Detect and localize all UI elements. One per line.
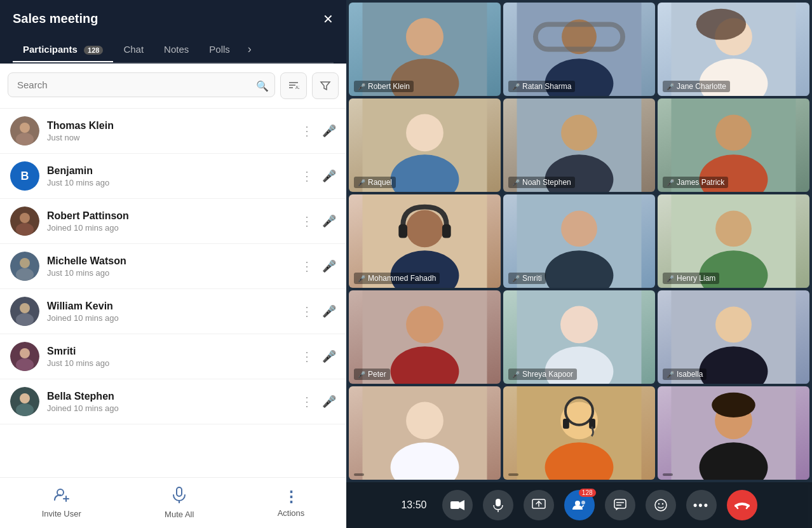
video-tile: 🎤 Peter bbox=[349, 290, 501, 384]
list-item: Bella Stephen Joined 10 mins ago ⋮ 🎤 bbox=[0, 379, 346, 424]
svg-rect-52 bbox=[398, 224, 407, 238]
tab-participants[interactable]: Participants 128 bbox=[13, 37, 113, 61]
mute-all-icon bbox=[172, 487, 186, 507]
list-item: Robert Pattinson Joined 10 mins ago ⋮ 🎤 bbox=[0, 199, 346, 244]
reactions-button[interactable] bbox=[646, 490, 676, 520]
svg-point-10 bbox=[16, 223, 34, 236]
reactions-icon bbox=[654, 498, 668, 512]
chat-icon bbox=[614, 499, 626, 511]
search-icon[interactable]: 🔍 bbox=[256, 80, 269, 92]
list-item: Thomas Klein Just now ⋮ 🎤 bbox=[0, 109, 346, 154]
mute-icon[interactable]: 🎤 bbox=[322, 169, 336, 183]
chat-button[interactable] bbox=[605, 490, 635, 520]
list-item: Smriti Just 10 mins ago ⋮ 🎤 bbox=[0, 334, 346, 379]
tab-notes[interactable]: Notes bbox=[154, 37, 199, 61]
mic-icon: 🎤 bbox=[512, 179, 520, 186]
search-input[interactable] bbox=[8, 72, 275, 97]
participant-actions: ⋮ 🎤 bbox=[298, 212, 336, 230]
participants-button[interactable]: 128 bbox=[564, 490, 595, 520]
mute-icon[interactable]: 🎤 bbox=[322, 395, 336, 409]
mic-icon: 🎤 bbox=[667, 371, 674, 378]
tab-chat[interactable]: Chat bbox=[113, 37, 154, 61]
avatar bbox=[10, 116, 39, 146]
participant-name: Thomas Klein bbox=[47, 120, 290, 132]
video-tile: 🎤 Jane Charlotte bbox=[658, 3, 809, 96]
video-tile: 🎤 Raquel bbox=[349, 98, 501, 192]
mic-icon: 🎤 bbox=[358, 179, 365, 186]
svg-rect-84 bbox=[496, 499, 501, 506]
participant-status: Just 10 mins ago bbox=[47, 358, 290, 368]
participants-icon bbox=[572, 499, 586, 511]
microphone-button[interactable] bbox=[483, 490, 513, 520]
end-call-icon bbox=[734, 501, 750, 510]
svg-point-47 bbox=[715, 114, 752, 151]
participant-actions: ⋮ 🎤 bbox=[298, 348, 336, 365]
search-bar: 🔍 AZ bbox=[0, 64, 346, 109]
video-tile-label bbox=[508, 473, 518, 476]
avatar bbox=[10, 297, 39, 326]
more-button[interactable]: ••• bbox=[686, 490, 717, 520]
video-tile bbox=[503, 386, 655, 480]
mute-icon[interactable]: 🎤 bbox=[322, 304, 336, 318]
svg-point-39 bbox=[696, 9, 746, 40]
participants-count-badge: 128 bbox=[579, 489, 596, 497]
svg-marker-4 bbox=[321, 82, 330, 90]
video-tile-label: 🎤 Jane Charlotte bbox=[663, 81, 730, 92]
video-tile: 🎤 Smriti bbox=[503, 194, 655, 288]
svg-point-15 bbox=[20, 303, 30, 313]
video-tile: 🎤 Shreya Kapoor bbox=[503, 290, 655, 384]
filter-icon bbox=[320, 80, 331, 91]
mic-icon: 🎤 bbox=[667, 83, 674, 90]
svg-point-12 bbox=[20, 258, 30, 268]
search-input-wrap: 🔍 bbox=[8, 72, 275, 99]
mic-icon: 🎤 bbox=[358, 371, 365, 378]
video-tile-label: 🎤 Robert Klein bbox=[354, 81, 414, 92]
share-button[interactable] bbox=[524, 490, 554, 520]
mute-icon[interactable]: 🎤 bbox=[322, 124, 336, 138]
video-tile-label: 🎤 Isabella bbox=[663, 369, 707, 380]
svg-point-31 bbox=[406, 18, 443, 56]
list-item: B Benjamin Just 10 mins ago ⋮ 🎤 bbox=[0, 154, 346, 199]
video-tile bbox=[658, 386, 809, 480]
participant-info: Bella Stephen Joined 10 mins ago bbox=[47, 391, 290, 413]
video-grid: 🎤 Robert Klein 🎤 Ratan Sharma bbox=[346, 0, 812, 482]
filter-button[interactable] bbox=[312, 72, 339, 99]
participant-name: William Kevin bbox=[47, 301, 290, 312]
sort-button[interactable]: AZ bbox=[280, 72, 307, 99]
more-options-button[interactable]: ⋮ bbox=[298, 167, 316, 185]
actions-button[interactable]: ⋮ Actions bbox=[278, 488, 305, 518]
mute-all-button[interactable]: Mute All bbox=[165, 487, 194, 519]
svg-rect-82 bbox=[450, 501, 459, 509]
mute-icon[interactable]: 🎤 bbox=[322, 349, 336, 363]
end-call-button[interactable] bbox=[727, 490, 757, 520]
video-button[interactable] bbox=[442, 490, 473, 520]
more-options-button[interactable]: ⋮ bbox=[298, 257, 316, 275]
more-options-button[interactable]: ⋮ bbox=[298, 212, 316, 230]
participant-info: Thomas Klein Just now bbox=[47, 120, 290, 142]
svg-point-95 bbox=[661, 503, 663, 504]
svg-point-6 bbox=[20, 123, 30, 133]
participant-status: Just 10 mins ago bbox=[47, 178, 290, 187]
participant-name: Robert Pattinson bbox=[47, 210, 290, 222]
svg-point-50 bbox=[406, 210, 443, 248]
invite-user-button[interactable]: Invite User bbox=[42, 487, 81, 518]
close-button[interactable]: ✕ bbox=[323, 13, 334, 25]
svg-point-21 bbox=[20, 393, 30, 403]
share-icon bbox=[532, 499, 546, 511]
video-tile-label: 🎤 Noah Stephen bbox=[508, 177, 575, 188]
svg-rect-26 bbox=[177, 487, 182, 496]
tabs-more-button[interactable]: › bbox=[243, 36, 257, 62]
svg-point-61 bbox=[406, 306, 443, 344]
avatar bbox=[10, 342, 39, 371]
more-options-button[interactable]: ⋮ bbox=[298, 348, 316, 365]
svg-rect-53 bbox=[442, 224, 451, 238]
mute-icon[interactable]: 🎤 bbox=[322, 259, 336, 273]
more-options-button[interactable]: ⋮ bbox=[298, 302, 316, 320]
more-options-button[interactable]: ⋮ bbox=[298, 393, 316, 410]
svg-point-70 bbox=[406, 402, 443, 440]
mute-icon[interactable]: 🎤 bbox=[322, 214, 336, 228]
participant-name: Benjamin bbox=[47, 165, 290, 177]
more-options-button[interactable]: ⋮ bbox=[298, 122, 316, 140]
sort-icon: AZ bbox=[288, 80, 299, 91]
tab-polls[interactable]: Polls bbox=[199, 37, 240, 61]
